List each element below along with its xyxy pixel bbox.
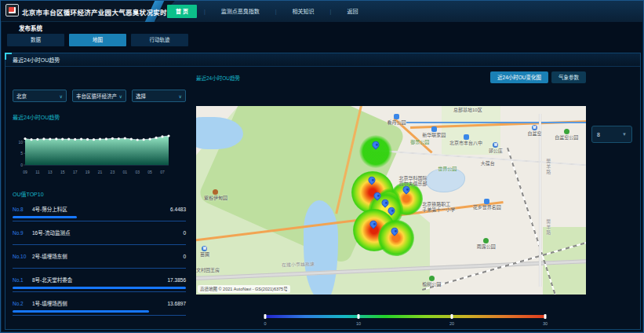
panel-title: 最近24小时OU趋势	[13, 56, 60, 64]
metro-station-icon: M	[202, 246, 207, 251]
hour-select[interactable]: 8 ▼	[591, 126, 632, 143]
publish-system-label: 发布系统	[19, 24, 42, 32]
nav-separator: |	[204, 9, 206, 14]
map-road-fanyang	[539, 114, 541, 287]
top-list-value: 17.3856	[168, 277, 187, 283]
main-panel: 最近24小时OU趋势 北京∨丰台区循环经济产∨选择∨ 最近24小时OU趋势 05…	[5, 53, 641, 330]
top-list-item-head: No.84号-筛分上料区6.4483	[13, 205, 186, 213]
hour-select-value: 8	[597, 132, 600, 137]
color-scale-tick	[451, 314, 453, 319]
map-poi-icon	[483, 238, 489, 243]
map-label-text: 御景公园	[410, 140, 429, 145]
nav-tab-2[interactable]: 监测点恶臭指数	[213, 5, 268, 18]
map-label-text: 文村回王房	[196, 268, 220, 273]
map-label: 樊羊路	[545, 219, 551, 236]
top-list-item[interactable]: No.84号-筛分上料区6.4483	[13, 205, 186, 221]
ou-trend-chart: 0510091113151719212301030507	[13, 123, 186, 179]
top-list-name: 4号-筛分上料区	[32, 205, 170, 213]
top-list-rank: No.2	[13, 301, 32, 306]
map-label-text: 苗圃	[200, 252, 209, 258]
publish-tab-2[interactable]: 地图	[69, 34, 126, 46]
svg-text:17: 17	[73, 170, 78, 174]
ou-top-list: No.84号-筛分上料区6.4483No.916号-流动监测点0No.102号-…	[13, 205, 186, 316]
top-list-bar-spacer	[13, 236, 186, 242]
metro-station-icon: M	[532, 125, 537, 130]
chevron-down-icon: ∨	[60, 93, 63, 99]
svg-text:5: 5	[20, 151, 23, 156]
top-list-bar-spacer	[13, 260, 186, 265]
filter-select-1[interactable]: 北京∨	[13, 90, 67, 102]
panel-corner-accent	[5, 53, 12, 60]
top-list-divider	[13, 291, 186, 292]
top-list-divider	[13, 315, 186, 316]
nav-tab-1[interactable]: 首 页	[167, 5, 197, 18]
map-label: 总部基地10区	[453, 108, 482, 113]
top-list-bar	[13, 216, 77, 218]
map-poi-icon	[394, 114, 399, 119]
map-panel-header: 最近24小时OU趋势 近24小时OU变化图气象参数	[196, 71, 638, 83]
map-label: M苗圃	[200, 246, 209, 258]
chevron-down-icon: ∨	[119, 93, 122, 99]
color-scale-tick	[544, 314, 547, 319]
top-list-item[interactable]: No.21号-填埋场西侧13.6897	[13, 299, 186, 316]
map-poi-icon	[431, 126, 437, 132]
map-label-text: 看丹公园	[387, 120, 406, 126]
top-list-title: OU值TOP10	[13, 190, 186, 198]
map-label-text: 樊羊路	[546, 159, 551, 175]
svg-text:0: 0	[20, 163, 23, 167]
top-list-divider	[13, 221, 186, 221]
map-label: 北京市丰台八中	[449, 134, 482, 146]
map-label: 白盆窑公园	[555, 129, 578, 141]
nav-tab-4[interactable]: 返回	[338, 5, 366, 18]
map-label: 紫谷伊甸园	[204, 189, 227, 201]
color-scale-tick	[358, 314, 360, 319]
top-list-rank: No.9	[13, 230, 32, 236]
top-list-divider	[13, 268, 186, 269]
map-canvas[interactable]: 高德地图 © 2021 AutoNavi - GS(2021)6375号 看丹公…	[196, 106, 586, 295]
svg-text:21: 21	[98, 170, 103, 174]
filter-select-3[interactable]: 选择∨	[132, 90, 186, 102]
svg-text:03: 03	[135, 170, 140, 174]
top-list-value: 0	[183, 254, 186, 259]
map-label-text: 北京市丰台八中	[449, 141, 482, 146]
top-header: 北京市丰台区循环经济产业园大气恶臭状况实时 首 页|监测点恶臭指数|相关知识|返…	[1, 1, 643, 22]
top-list-item-head: No.916号-流动监测点0	[13, 229, 186, 236]
top-list-name: 16号-流动监测点	[32, 229, 183, 236]
nav-separator: |	[275, 9, 277, 14]
nav-separator: |	[330, 9, 332, 14]
panel-header: 最近24小时OU趋势	[5, 53, 640, 67]
map-label: M郭公庄	[489, 142, 503, 154]
top-list-item[interactable]: No.102号-填埋场东侧0	[13, 252, 186, 269]
top-list-value: 13.6897	[168, 301, 187, 306]
map-label: 榆树公园	[422, 276, 441, 287]
color-scale-tick-label: 10	[356, 321, 361, 326]
map-lake-south	[304, 200, 339, 295]
filter-select-2[interactable]: 丰台区循环经济产∨	[72, 90, 126, 102]
filter-selects: 北京∨丰台区循环经济产∨选择∨	[13, 90, 186, 102]
map-label-text: 花乡世界名园	[473, 205, 501, 210]
map-label: 北京铁路职工 子弟第十一小学	[422, 202, 455, 213]
map-poi-icon	[464, 134, 469, 140]
map-label-text: 郭公庄	[489, 148, 503, 154]
map-label-text: 雨露公园	[477, 244, 496, 250]
map-label: 文村回王房	[196, 268, 220, 273]
map-panel: 最近24小时OU趋势 近24小时OU变化图气象参数	[194, 69, 638, 328]
publish-tab-1[interactable]: 数据	[7, 34, 64, 46]
map-view-button-2[interactable]: 气象参数	[551, 71, 586, 83]
nav-tab-3[interactable]: 相关知识	[284, 5, 323, 18]
chevron-down-icon: ▼	[622, 132, 627, 137]
map-label: 看丹公园	[387, 114, 406, 126]
map-view-button-1[interactable]: 近24小时OU变化图	[490, 71, 548, 83]
top-list-item[interactable]: No.18号-北天堂村委会17.3856	[13, 276, 186, 292]
svg-text:19: 19	[86, 170, 90, 174]
filter-select-value: 北京	[16, 92, 27, 100]
map-label: 新华联家园	[422, 126, 446, 138]
map-poi-icon	[213, 189, 218, 195]
color-scale-tick-label: 30	[543, 321, 548, 326]
map-label: 御景公园	[410, 140, 429, 145]
top-list-value: 6.4483	[170, 207, 186, 212]
publish-tab-3[interactable]: 行动轨迹	[131, 34, 188, 46]
svg-text:11: 11	[35, 170, 39, 174]
map-label: 大葆台	[481, 161, 495, 166]
top-list-item[interactable]: No.916号-流动监测点0	[13, 229, 186, 245]
